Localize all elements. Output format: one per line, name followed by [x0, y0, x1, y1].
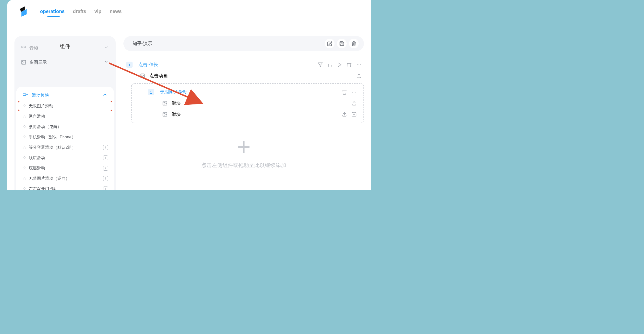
slider-label: 滑块 [172, 100, 181, 106]
sidebar-item-label: 左右双开门滑动 [29, 186, 57, 190]
sidebar-item[interactable]: ☆手机滑动（默认 IPhone） [18, 132, 112, 142]
star-icon: ☆ [23, 135, 26, 140]
tree-slider-b[interactable]: 滑块 [132, 111, 359, 117]
slider-icon [23, 92, 30, 98]
tab-vip[interactable]: vip [94, 8, 102, 15]
svg-rect-3 [24, 46, 26, 47]
svg-point-14 [357, 64, 358, 65]
work-header [124, 36, 364, 51]
tree-child[interactable]: 点击动画 [124, 73, 364, 79]
dropzone-hint: 点击左侧组件或拖动至此以继续添加 [124, 162, 364, 169]
delete-button[interactable] [349, 39, 359, 48]
sidebar-category-audio[interactable]: 音频 [14, 46, 116, 55]
sidebar-item[interactable]: ☆无限图片滑动（逆向）i [18, 173, 112, 184]
svg-marker-13 [338, 63, 341, 67]
star-icon: ☆ [23, 104, 26, 109]
upload-icon[interactable] [356, 73, 362, 78]
add-icon[interactable] [352, 112, 357, 117]
svg-point-21 [354, 92, 354, 93]
tree-child-label: 点击动画 [150, 73, 168, 79]
svg-point-20 [352, 92, 353, 93]
sidebar-item-label: 底层滑动 [29, 165, 45, 171]
sidebar-item-label: 纵向滑动（逆向） [29, 124, 62, 130]
sidebar-item-label: 无限图片滑动 [29, 103, 53, 109]
sidebar: 组件 音频 多图展示 [14, 36, 116, 190]
svg-point-16 [360, 64, 361, 65]
tree-slider-a[interactable]: 滑块 [132, 100, 359, 106]
app: operations drafts vip news 组件 音频 [7, 0, 371, 190]
star-icon: ☆ [23, 145, 26, 150]
filter-icon[interactable] [318, 62, 323, 67]
star-icon: ☆ [23, 176, 26, 181]
trash-icon[interactable] [346, 62, 352, 67]
sidebar-item[interactable]: ☆底层滑动i [18, 163, 112, 173]
sidebar-item-label: 手机滑动（默认 IPhone） [29, 134, 76, 140]
slider-label: 滑块 [172, 111, 181, 117]
tab-news[interactable]: news [110, 8, 122, 15]
svg-marker-9 [318, 63, 322, 67]
upload-icon[interactable] [352, 101, 357, 106]
trash-icon[interactable] [342, 90, 347, 95]
svg-rect-6 [23, 94, 26, 95]
image-icon [161, 101, 169, 106]
sidebar-item[interactable]: ☆左右双开门滑动i [18, 184, 112, 190]
tree-nested[interactable]: 1 无限图片滑动 [132, 89, 359, 95]
sidebar-item-label: 纵向滑动 [29, 114, 45, 119]
star-icon: ☆ [23, 186, 26, 190]
tab-operations[interactable]: operations [40, 8, 64, 15]
more-icon[interactable] [356, 62, 362, 67]
tree-section[interactable]: 1 点击-伸长 [124, 62, 364, 68]
edit-button[interactable] [325, 39, 334, 48]
save-button[interactable] [337, 39, 346, 48]
section-label: 点击-伸长 [138, 62, 158, 68]
stats-icon[interactable] [327, 62, 332, 67]
more-icon[interactable] [352, 90, 357, 95]
sidebar-category-label: 音频 [30, 46, 38, 51]
info-icon[interactable]: i [103, 186, 108, 190]
sidebar-item[interactable]: ☆无限图片滑动 [18, 101, 112, 111]
svg-point-15 [359, 64, 359, 65]
star-icon: ☆ [23, 124, 26, 129]
doc-tree: 1 点击-伸长 点击动画 [124, 62, 364, 169]
sidebar-category-label: 多图展示 [30, 59, 47, 65]
upload-icon[interactable] [342, 112, 347, 117]
sidebar-item[interactable]: ☆纵向滑动 [18, 111, 112, 122]
dropzone[interactable]: + 点击左侧组件或拖动至此以继续添加 [124, 135, 364, 169]
tab-drafts[interactable]: drafts [73, 8, 86, 15]
info-icon[interactable]: i [103, 176, 108, 181]
sidebar-item-label: 无限图片滑动（逆向） [29, 176, 70, 181]
sidebar-subpanel: 滑动模块 ☆无限图片滑动☆纵向滑动☆纵向滑动（逆向）☆手机滑动（默认 IPhon… [16, 87, 114, 190]
sidebar-item[interactable]: ☆顶层滑动i [18, 153, 112, 163]
sidebar-category-gallery[interactable]: 多图展示 [14, 55, 116, 69]
info-icon[interactable]: i [103, 145, 108, 150]
sidebar-item-label: 等分容器滑动（默认2组） [29, 145, 76, 150]
info-icon[interactable]: i [103, 166, 108, 170]
section-badge: 1 [126, 62, 132, 68]
play-icon[interactable] [337, 62, 342, 67]
gallery-icon [20, 60, 27, 65]
section-actions [318, 62, 362, 67]
svg-rect-2 [22, 46, 23, 47]
star-icon: ☆ [23, 114, 26, 119]
sidebar-item-label: 顶层滑动 [29, 155, 45, 161]
info-icon[interactable]: i [103, 156, 108, 160]
star-icon: ☆ [23, 166, 26, 170]
sidebar-content: 音频 多图展示 [14, 46, 116, 190]
main: 组件 音频 多图展示 [7, 26, 371, 190]
sidebar-category-slider[interactable]: 滑动模块 [18, 90, 112, 101]
topbar: operations drafts vip news [7, 0, 371, 24]
nested-badge: 1 [148, 89, 154, 95]
plus-icon: + [124, 135, 364, 159]
svg-point-24 [164, 102, 164, 103]
sidebar-item[interactable]: ☆纵向滑动（逆向） [18, 122, 112, 132]
doc-name-input[interactable] [132, 39, 183, 48]
sidebar-category-label: 滑动模块 [32, 92, 49, 98]
svg-point-5 [22, 61, 23, 62]
nested-label: 无限图片滑动 [160, 89, 188, 95]
nested-group: 1 无限图片滑动 滑块 [131, 83, 364, 123]
sidebar-items: ☆无限图片滑动☆纵向滑动☆纵向滑动（逆向）☆手机滑动（默认 IPhone）☆等分… [18, 101, 112, 190]
sidebar-item[interactable]: ☆等分容器滑动（默认2组）i [18, 142, 112, 153]
nav-tabs: operations drafts vip news [40, 8, 122, 15]
svg-point-18 [142, 75, 142, 75]
audio-icon [20, 46, 27, 51]
